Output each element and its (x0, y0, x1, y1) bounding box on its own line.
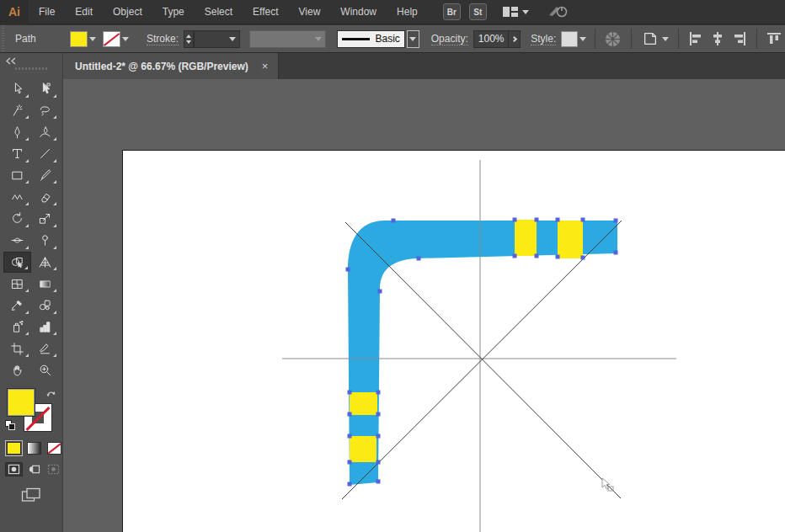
rectangle-tool[interactable] (3, 165, 31, 187)
anchor-point[interactable] (556, 218, 560, 222)
menu-edit[interactable]: Edit (65, 0, 103, 24)
anchor-point[interactable] (614, 251, 618, 255)
menu-select[interactable]: Select (195, 0, 243, 24)
align-horizontal-center-button[interactable] (707, 31, 729, 46)
anchor-point[interactable] (376, 391, 381, 395)
menu-window[interactable]: Window (330, 0, 387, 24)
brush-definition-combobox[interactable]: Basic (337, 30, 405, 48)
rotate-tool[interactable] (3, 208, 31, 230)
fill-swatch[interactable] (7, 388, 35, 417)
panel-drag-grip[interactable] (15, 67, 47, 70)
artboard-tool[interactable] (3, 338, 31, 359)
color-mode-button[interactable] (7, 442, 21, 455)
mesh-tool[interactable] (3, 273, 31, 295)
anchor-point[interactable] (376, 480, 381, 484)
diagonal-line-tlbr[interactable] (345, 222, 621, 498)
stroke-weight-label[interactable]: Stroke: (147, 33, 179, 45)
magic-wand-tool[interactable] (3, 100, 31, 122)
curvature-tool[interactable] (31, 121, 59, 143)
menu-file[interactable]: File (29, 0, 65, 24)
stock-button[interactable]: St (469, 3, 487, 20)
zoom-tool[interactable] (31, 359, 59, 381)
default-fill-stroke-icon[interactable] (5, 420, 15, 430)
lasso-tool[interactable] (31, 100, 59, 122)
pen-tool[interactable] (3, 121, 31, 143)
shaper-tool[interactable] (3, 186, 31, 208)
scale-tool[interactable] (31, 208, 59, 230)
recolor-artwork-button[interactable] (601, 30, 625, 48)
pipe-shape[interactable] (348, 221, 617, 485)
stroke-color-dropdown[interactable] (120, 31, 131, 47)
anchor-point[interactable] (581, 218, 585, 222)
gradient-tool[interactable] (31, 273, 59, 295)
anchor-point[interactable] (348, 391, 352, 395)
workspace-switcher[interactable] (502, 6, 529, 18)
anchor-point[interactable] (348, 482, 352, 487)
brush-dropdown-button[interactable] (407, 30, 419, 48)
bridge-button[interactable]: Br (443, 3, 461, 20)
menu-type[interactable]: Type (152, 0, 195, 24)
blend-tool[interactable] (31, 295, 59, 317)
yellow-stripe[interactable] (558, 221, 583, 258)
gpu-performance-icon[interactable] (547, 3, 569, 21)
yellow-stripe[interactable] (515, 220, 537, 256)
style-label[interactable]: Style: (531, 33, 556, 45)
symbol-sprayer-tool[interactable] (3, 317, 31, 338)
document-tab[interactable]: Untitled-2* @ 66.67% (RGB/Preview) × (63, 53, 279, 79)
eyedropper-tool[interactable] (3, 295, 31, 317)
anchor-point[interactable] (348, 412, 352, 417)
canvas-pasteboard[interactable] (63, 79, 785, 532)
anchor-point[interactable] (376, 434, 381, 439)
anchor-point[interactable] (556, 255, 560, 259)
paintbrush-tool[interactable] (31, 165, 59, 187)
hand-tool[interactable] (3, 359, 31, 381)
menu-view[interactable]: View (289, 0, 331, 24)
graphic-style-dropdown[interactable] (578, 31, 589, 47)
draw-normal-button[interactable] (5, 462, 23, 476)
anchor-point[interactable] (376, 412, 381, 417)
graphic-style-swatch[interactable] (561, 31, 577, 47)
anchor-point[interactable] (513, 218, 517, 222)
opacity-dropdown-arrow[interactable] (509, 30, 521, 48)
tab-close-button[interactable]: × (260, 60, 270, 72)
stroke-weight-stepper[interactable] (184, 30, 194, 48)
anchor-point[interactable] (417, 257, 421, 261)
anchor-point[interactable] (348, 434, 352, 439)
document-setup-button[interactable] (638, 30, 672, 47)
direct-selection-tool[interactable] (31, 78, 59, 100)
slice-tool[interactable] (31, 338, 59, 359)
menu-help[interactable]: Help (387, 0, 428, 24)
opacity-input[interactable]: 100% (473, 30, 509, 48)
column-graph-tool[interactable] (31, 317, 59, 338)
anchor-point[interactable] (346, 268, 350, 272)
eraser-tool[interactable] (31, 186, 59, 208)
yellow-stripe[interactable] (350, 436, 376, 462)
swap-fill-stroke-icon[interactable] (45, 388, 57, 398)
opacity-label[interactable]: Opacity: (431, 33, 468, 45)
perspective-grid-tool[interactable] (31, 252, 59, 274)
menu-effect[interactable]: Effect (243, 0, 288, 24)
fill-color-dropdown[interactable] (88, 31, 99, 47)
yellow-stripe[interactable] (350, 392, 377, 415)
selection-tool[interactable] (3, 78, 31, 100)
align-horizontal-right-button[interactable] (729, 31, 750, 46)
free-transform-tool[interactable] (31, 230, 59, 252)
menu-object[interactable]: Object (103, 0, 152, 24)
fill-color-swatch[interactable] (70, 31, 88, 47)
stroke-weight-combobox[interactable] (194, 30, 241, 48)
anchor-point[interactable] (392, 219, 396, 223)
draw-behind-button[interactable] (25, 462, 43, 476)
type-tool[interactable] (3, 143, 31, 165)
stroke-color-swatch[interactable] (103, 31, 120, 47)
anchor-point[interactable] (535, 254, 539, 258)
artwork-layer[interactable] (63, 79, 785, 532)
anchor-point[interactable] (581, 256, 585, 260)
none-mode-button[interactable] (47, 442, 61, 455)
line-segment-tool[interactable] (31, 143, 59, 165)
width-tool[interactable] (3, 230, 31, 252)
screen-mode-button[interactable] (0, 476, 62, 503)
anchor-point[interactable] (614, 219, 618, 223)
anchor-point[interactable] (348, 460, 352, 465)
shape-builder-tool[interactable] (3, 252, 31, 274)
anchor-point[interactable] (535, 218, 539, 222)
